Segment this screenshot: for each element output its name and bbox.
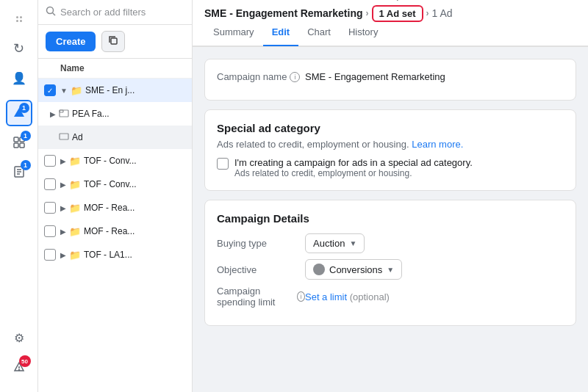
sidebar: Search or add filters Create Name ✓ ▼ 📁 … [38,0,193,392]
buying-type-dropdown[interactable]: Auction ▼ [305,233,365,253]
breadcrumb: SME - Engagement Remarketing › 1 Ad set … [193,0,588,19]
item-name-tof1: TOF - Conv... [84,156,186,166]
spending-limit-value: Set a limit (optional) [305,291,390,302]
campaign-name-info-icon[interactable]: i [290,72,300,82]
campaign-name-value: SME - Engagement Remarketing [305,71,564,82]
special-ad-checkbox-row: I'm creating a campaign for ads in a spe… [217,157,564,178]
sidebar-actions: Create [38,25,192,59]
chevron-tof2[interactable]: ▶ [60,181,66,189]
tab-edit[interactable]: Edit [263,19,299,46]
ad-breadcrumb[interactable]: 1 Ad [432,7,453,19]
objective-label: Objective [217,264,305,275]
rail-bottom: ⚙ 50 [6,324,32,386]
svg-point-10 [18,370,19,371]
spending-limit-info-icon[interactable]: i [297,291,305,302]
duplicate-button[interactable] [101,31,125,52]
tabs-bar: Summary Edit Chart History [193,19,588,46]
alert-icon[interactable]: 50 [6,354,32,380]
objective-icon [313,264,325,275]
page-icon[interactable]: 1 [6,159,32,185]
tab-summary[interactable]: Summary [204,19,263,46]
checkbox-tof2[interactable] [44,178,56,190]
list-item[interactable]: ▶ 📁 MOF - Rea... [38,219,192,243]
folder-icon-pea [59,108,69,120]
svg-point-11 [47,7,54,14]
chevron-sme[interactable]: ▼ [60,87,68,95]
breadcrumb-separator: › [366,8,369,18]
set-limit-link[interactable]: Set a limit [305,291,347,302]
search-bar[interactable]: Search or add filters [38,0,192,25]
list-item[interactable]: ▶ 📁 MOF - Rea... [38,196,192,219]
svg-rect-3 [14,143,18,148]
svg-line-12 [53,13,56,16]
checkbox-tof1[interactable] [44,155,56,167]
learn-more-link[interactable]: Learn more. [412,139,463,150]
grid-icon[interactable]: 1 [6,129,32,156]
buying-type-value: Auction [313,238,345,249]
search-placeholder: Search or add filters [60,7,146,18]
folder-icon-sme: 📁 [71,85,82,96]
item-name-pea: PEA Fa... [72,109,186,119]
svg-rect-1 [14,137,18,142]
buying-type-arrow: ▼ [349,239,356,247]
folder-icon-mof1: 📁 [69,203,81,214]
adset-tooltip-wrap: 1 Ad set 1 Ad set [372,7,423,19]
campaign-name-label: Campaign name i [217,71,305,82]
main-content: SME - Engagement Remarketing › 1 Ad set … [193,0,588,392]
chevron-tof1[interactable]: ▶ [60,157,66,165]
svg-rect-16 [60,134,68,139]
item-name-tofla: TOF - LA1... [84,250,186,260]
name-column-header: Name [60,63,85,73]
spending-limit-optional: (optional) [350,291,390,302]
settings-icon[interactable]: ⚙ [6,324,32,351]
list-item[interactable]: ▶ 📁 TOF - Conv... [38,149,192,173]
item-name-sme: SME - En j... [85,85,186,95]
svg-rect-15 [60,110,68,117]
campaign-details-section: Campaign Details Buying type Auction ▼ O… [204,200,576,326]
campaign-name-section: Campaign name i SME - Engagement Remarke… [204,59,576,101]
checkbox-mof1[interactable] [44,202,56,214]
breadcrumb-separator-2: › [426,8,429,18]
list-item[interactable]: ▶ 📁 TOF - LA1... [38,243,192,266]
content-area: Campaign name i SME - Engagement Remarke… [193,47,588,392]
campaign-icon[interactable]: 1 [6,100,32,126]
special-ad-checkbox[interactable] [217,158,229,170]
folder-icon-mof2: 📁 [69,226,81,237]
chevron-mof2[interactable]: ▶ [60,228,66,236]
icon-rail: ↻ 👤 1 1 1 ⚙ 50 [0,0,38,392]
chevron-pea[interactable]: ▶ [50,110,56,118]
svg-rect-13 [111,38,117,44]
checkbox-tofla[interactable] [44,249,56,261]
campaign-breadcrumb[interactable]: SME - Engagement Remarketing [204,7,363,19]
checkbox-mof2[interactable] [44,225,56,237]
chevron-tofla[interactable]: ▶ [60,251,66,259]
campaign-details-title: Campaign Details [217,212,564,225]
search-icon [46,6,56,18]
list-header: Name [38,59,192,79]
list-item[interactable]: Ad [38,126,192,149]
objective-dropdown[interactable]: Conversions ▼ [305,259,402,280]
spending-limit-row: Campaign spending limit i Set a limit (o… [217,286,564,308]
list-item[interactable]: ▶ PEA Fa... [38,102,192,126]
ad-display-icon [59,131,69,144]
chevron-mof1[interactable]: ▶ [60,204,66,212]
item-name-mof2: MOF - Rea... [84,226,186,236]
svg-rect-4 [20,143,24,148]
refresh-icon[interactable]: ↻ [6,35,32,62]
objective-row: Objective Conversions ▼ [217,259,564,280]
adset-breadcrumb[interactable]: 1 Ad set [372,5,423,22]
objective-value: Conversions [329,264,382,275]
item-name-mof1: MOF - Rea... [84,203,186,213]
list-item[interactable]: ✓ ▼ 📁 SME - En j... [38,79,192,102]
buying-type-label: Buying type [217,238,305,249]
tab-chart[interactable]: Chart [298,19,340,46]
special-ad-checkbox-label: I'm creating a campaign for ads in a spe… [234,157,473,168]
campaign-list: Name ✓ ▼ 📁 SME - En j... ▶ PEA Fa... [38,59,192,392]
checkbox-sme[interactable]: ✓ [44,84,56,96]
create-button[interactable]: Create [46,32,96,51]
tab-history[interactable]: History [340,19,387,46]
item-name-ad: Ad [72,132,186,142]
list-item[interactable]: ▶ 📁 TOF - Conv... [38,173,192,196]
person-icon[interactable]: 👤 [6,65,32,91]
dots-icon[interactable] [6,6,32,32]
